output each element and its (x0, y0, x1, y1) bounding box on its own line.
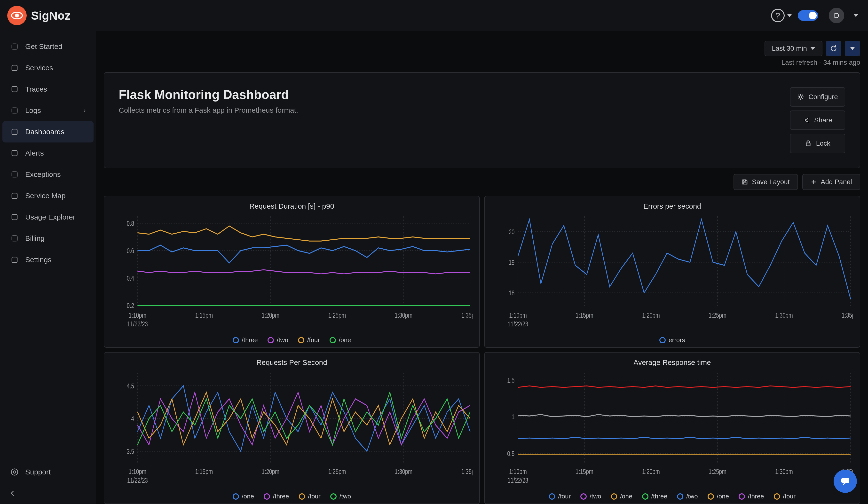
legend-item: /two (580, 493, 601, 500)
button-label: Lock (816, 140, 830, 147)
legend-swatch-icon (264, 493, 270, 500)
avatar[interactable]: D (829, 8, 844, 23)
panel-title: Average Response time (492, 358, 853, 367)
time-range-select[interactable]: Last 30 min (765, 41, 823, 56)
sidebar-item-settings[interactable]: Settings (2, 249, 94, 270)
theme-toggle[interactable] (798, 10, 818, 21)
svg-text:1:15pm: 1:15pm (195, 467, 213, 475)
time-controls: Last 30 min (104, 41, 860, 56)
sidebar-item-label: Traces (25, 85, 47, 93)
sidebar-item-get-started[interactable]: Get Started (2, 36, 94, 57)
chart-area[interactable]: 3.544.51:10pm1:15pm1:20pm1:25pm1:30pm1:3… (111, 370, 473, 490)
svg-text:11/22/23: 11/22/23 (508, 476, 528, 484)
legend-swatch-icon (549, 493, 555, 500)
svg-text:11/22/23: 11/22/23 (127, 476, 148, 484)
refresh-icon (830, 44, 837, 52)
sidebar-item-exceptions[interactable]: Exceptions (2, 164, 94, 185)
legend-swatch-icon (268, 337, 274, 343)
lines-icon (10, 106, 19, 115)
sidebar-item-support[interactable]: Support (2, 461, 94, 483)
save-layout-button[interactable]: Save Layout (734, 174, 798, 190)
svg-text:1:10pm: 1:10pm (129, 311, 146, 319)
legend-swatch-icon (774, 493, 780, 500)
chat-icon (839, 475, 851, 487)
svg-text:1:35pm: 1:35pm (842, 311, 853, 319)
chart-area[interactable]: 1819201:10pm1:15pm1:20pm1:25pm1:30pm1:35… (492, 213, 853, 333)
lock-button[interactable]: Lock (790, 134, 845, 153)
chart-panel: Errors per second 1819201:10pm1:15pm1:20… (484, 196, 860, 348)
lock-icon (805, 140, 812, 147)
svg-text:19: 19 (509, 258, 515, 266)
dashboard-subtitle: Collects metrics from a Fask app in Prom… (119, 106, 790, 114)
svg-text:1:20pm: 1:20pm (262, 311, 279, 319)
add-panel-button[interactable]: Add Panel (802, 174, 860, 190)
chart-area[interactable]: 0.511.51:10pm1:15pm1:20pm1:25pm1:30pm1:3… (492, 370, 853, 490)
panel-grid: Request Duration [s] - p90 0.20.40.60.81… (104, 196, 860, 504)
legend-label: /two (590, 493, 601, 500)
chevron-down-icon (787, 14, 792, 17)
sidebar-item-service-map[interactable]: Service Map (2, 185, 94, 206)
sidebar-item-logs[interactable]: Logs › (2, 100, 94, 121)
sidebar-item-label: Billing (25, 234, 44, 243)
sidebar-item-label: Services (25, 64, 53, 72)
svg-text:1:25pm: 1:25pm (328, 311, 346, 319)
gear-icon (797, 93, 804, 100)
svg-rect-3 (12, 65, 17, 71)
button-label: Add Panel (821, 178, 852, 186)
sidebar-item-traces[interactable]: Traces (2, 79, 94, 100)
warning-icon (10, 170, 19, 179)
legend-item: /three (642, 493, 668, 500)
gauge-icon (10, 127, 19, 136)
legend-label: /four (307, 336, 320, 344)
configure-button[interactable]: Configure (790, 87, 845, 106)
legend-item: /three (738, 493, 764, 500)
svg-text:1:20pm: 1:20pm (642, 467, 660, 475)
gear-icon (10, 255, 19, 264)
legend-label: /one (242, 493, 254, 500)
legend-item: /three (264, 493, 289, 500)
svg-rect-19 (806, 143, 810, 146)
graph-icon (10, 192, 19, 200)
activity-icon (10, 213, 19, 222)
svg-rect-12 (12, 257, 17, 263)
help-icon: ? (771, 9, 785, 22)
legend-label: /two (340, 493, 351, 500)
svg-text:1:10pm: 1:10pm (509, 311, 527, 319)
brand-block: SigNoz (7, 6, 71, 25)
sidebar-collapse-button[interactable] (8, 488, 18, 498)
help-button[interactable]: ? (771, 9, 792, 22)
legend-label: /four (558, 493, 571, 500)
legend-swatch-icon (611, 493, 617, 500)
sidebar-item-dashboards[interactable]: Dashboards (2, 121, 94, 143)
chat-fab[interactable] (834, 470, 857, 493)
time-range-label: Last 30 min (772, 44, 807, 52)
sidebar-item-billing[interactable]: Billing (2, 228, 94, 249)
legend: errors (492, 336, 853, 344)
refresh-interval-button[interactable] (845, 41, 860, 56)
legend-swatch-icon (232, 337, 239, 343)
svg-text:0.5: 0.5 (507, 450, 515, 457)
refresh-button[interactable] (826, 41, 841, 56)
legend-swatch-icon (298, 337, 304, 343)
chart-panel: Requests Per Second 3.544.51:10pm1:15pm1… (104, 352, 480, 504)
chart-panel: Request Duration [s] - p90 0.20.40.60.81… (104, 196, 480, 348)
svg-text:1:15pm: 1:15pm (195, 311, 213, 319)
svg-text:1:10pm: 1:10pm (509, 467, 527, 475)
avatar-initial: D (834, 11, 839, 20)
workspace: Last 30 min Last refresh - 34 mins ago F… (96, 31, 868, 504)
sidebar-item-usage-explorer[interactable]: Usage Explorer (2, 206, 94, 228)
avatar-chevron-down-icon[interactable] (854, 14, 858, 17)
legend-item: /two (330, 493, 351, 500)
bell-icon (10, 149, 19, 157)
legend-item: /one (330, 336, 351, 344)
legend-item: /one (232, 493, 254, 500)
sidebar-item-alerts[interactable]: Alerts (2, 143, 94, 164)
share-icon (803, 117, 810, 124)
legend-item: /four (298, 336, 320, 344)
sidebar-item-services[interactable]: Services (2, 57, 94, 79)
legend-label: /one (620, 493, 632, 500)
share-button[interactable]: Share (790, 111, 845, 130)
chart-area[interactable]: 0.20.40.60.81:10pm1:15pm1:20pm1:25pm1:30… (111, 213, 473, 333)
panel-toolbar: Save Layout Add Panel (104, 174, 860, 190)
dashboard-title: Flask Monitoring Dashboard (119, 87, 790, 102)
